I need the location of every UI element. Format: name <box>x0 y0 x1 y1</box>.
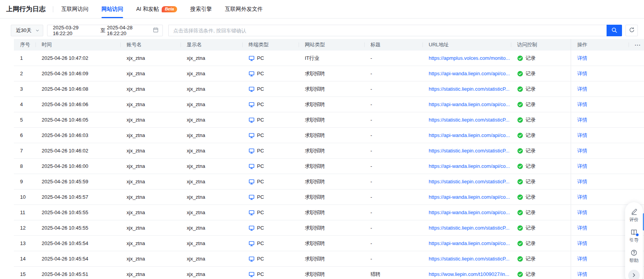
cell-access-control: 记录 <box>511 112 571 127</box>
more-columns-icon[interactable]: ··· <box>635 42 641 48</box>
table-row: 3 2025-04-26 10:46:08 xjx_ztna xjx_ztna … <box>14 81 644 97</box>
detail-link[interactable]: 详情 <box>577 70 587 77</box>
url-link[interactable]: https://statistic.liepin.com/statisticP.… <box>429 225 509 231</box>
detail-link[interactable]: 详情 <box>577 163 587 170</box>
url-link[interactable]: https://wow.liepin.com/t1009027/in... <box>429 271 509 277</box>
cell-access-control: 记录 <box>511 174 571 189</box>
cell-title: - <box>364 112 423 127</box>
cell-site-type: 求职招聘 <box>299 251 364 266</box>
cell-site-type: 求职招聘 <box>299 267 364 279</box>
collapse-panel-button[interactable] <box>628 270 640 279</box>
tab-4[interactable]: 互联网外发文件 <box>225 0 263 18</box>
cell-index: 1 <box>14 51 35 66</box>
detail-link[interactable]: 详情 <box>577 101 587 108</box>
url-link[interactable]: https://api-wanda.liepin.com/api/co... <box>429 240 510 246</box>
date-range-picker[interactable]: 2025-03-29 16:22:20 至 2025-04-28 16:22:2… <box>47 25 163 36</box>
detail-link[interactable]: 详情 <box>577 147 587 154</box>
cell-title: - <box>364 205 423 220</box>
col-header-url[interactable]: URL地址 <box>423 39 511 51</box>
cell-terminal-type: PC <box>242 159 299 174</box>
time-range-value: 近30天 <box>16 27 31 34</box>
title-divider <box>53 6 53 12</box>
access-control-label: 记录 <box>526 117 536 123</box>
cell-site-type: 求职招聘 <box>299 128 364 143</box>
pc-monitor-icon <box>248 240 255 247</box>
access-control-label: 记录 <box>526 240 536 247</box>
filter-condition-input[interactable] <box>168 25 607 36</box>
detail-link[interactable]: 详情 <box>577 117 587 123</box>
col-header-site-type[interactable]: 网站类型 <box>299 39 364 51</box>
detail-link[interactable]: 详情 <box>577 132 587 139</box>
col-header-display-name[interactable]: 显示名 <box>181 39 242 51</box>
cell-account: xjx_ztna <box>120 128 181 143</box>
cell-terminal-type: PC <box>242 143 299 158</box>
url-link[interactable]: https://api-wanda.liepin.com/api/co... <box>429 101 510 107</box>
cell-title: - <box>364 174 423 189</box>
tab-1[interactable]: 网站访问 <box>101 0 123 18</box>
cell-terminal-type: PC <box>242 51 299 66</box>
url-link[interactable]: https://statistic.liepin.com/statisticP.… <box>429 256 509 262</box>
url-link[interactable]: https://api-wanda.liepin.com/api/co... <box>429 132 510 138</box>
terminal-type-label: PC <box>257 55 264 61</box>
detail-link[interactable]: 详情 <box>577 86 587 93</box>
url-link[interactable]: https://statistic.liepin.com/statisticP.… <box>429 148 509 154</box>
pencil-icon <box>630 208 637 215</box>
col-header-terminal-type[interactable]: 终端类型 <box>242 39 299 51</box>
tab-0[interactable]: 互联网访问 <box>61 0 88 18</box>
terminal-type-label: PC <box>257 148 264 154</box>
cell-display-name: xjx_ztna <box>181 159 242 174</box>
feedback-button[interactable]: 评价 <box>629 208 639 223</box>
detail-link[interactable]: 详情 <box>577 178 587 185</box>
col-header-index[interactable]: 序号 <box>14 39 35 51</box>
detail-link[interactable]: 详情 <box>577 209 587 216</box>
cell-title: - <box>364 51 423 66</box>
detail-link[interactable]: 详情 <box>577 225 587 232</box>
guide-button[interactable]: 引导 <box>629 229 639 243</box>
cell-time: 2025-04-26 10:45:59 <box>35 174 120 189</box>
url-link[interactable]: https://statistic.liepin.com/statisticP.… <box>429 117 509 123</box>
record-check-icon <box>517 210 523 216</box>
url-link[interactable]: https://api-wanda.liepin.com/api/co... <box>429 71 510 76</box>
cell-site-type: 求职招聘 <box>299 112 364 127</box>
floating-action-pill: 评价 引导 帮助 <box>625 202 643 279</box>
cell-terminal-type: PC <box>242 81 299 96</box>
cell-terminal-type: PC <box>242 267 299 279</box>
help-button[interactable]: 帮助 <box>629 249 639 264</box>
record-check-icon <box>517 179 523 185</box>
cell-index: 6 <box>14 128 35 143</box>
cell-title: - <box>364 159 423 174</box>
detail-link[interactable]: 详情 <box>577 194 587 201</box>
url-link[interactable]: https://api-wanda.liepin.com/api/co... <box>429 210 510 215</box>
detail-link[interactable]: 详情 <box>577 55 587 62</box>
date-start-value: 2025-03-29 16:22:20 <box>53 25 99 36</box>
detail-link[interactable]: 详情 <box>577 255 587 262</box>
tab-2[interactable]: AI 和发帖Beta <box>136 0 177 18</box>
search-button[interactable] <box>607 25 622 36</box>
tab-3[interactable]: 搜索引擎 <box>190 0 212 18</box>
col-header-access-control[interactable]: 访问控制 <box>511 39 571 51</box>
detail-link[interactable]: 详情 <box>577 271 587 278</box>
url-link[interactable]: https://api-wanda.liepin.com/api/co... <box>429 163 510 169</box>
record-check-icon <box>517 86 523 92</box>
cell-index: 5 <box>14 112 35 127</box>
chevron-down-icon <box>35 28 39 34</box>
url-link[interactable]: https://apmplus.volces.com/monito... <box>429 55 510 61</box>
col-header-actions[interactable]: 操作 <box>571 39 629 51</box>
access-control-label: 记录 <box>526 225 536 232</box>
col-header-title[interactable]: 标题 <box>364 39 423 51</box>
url-link[interactable]: https://statistic.liepin.com/statisticP.… <box>429 86 509 92</box>
url-link[interactable]: https://statistic.liepin.com/statisticP.… <box>429 179 509 184</box>
url-link[interactable]: https://api-wanda.liepin.com/api/co... <box>429 194 510 200</box>
time-range-select[interactable]: 近30天 <box>11 25 43 36</box>
refresh-button[interactable] <box>625 25 638 36</box>
pc-monitor-icon <box>248 86 255 92</box>
col-header-time[interactable]: 时间 <box>35 39 120 51</box>
table-row: 7 2025-04-26 10:46:02 xjx_ztna xjx_ztna … <box>14 143 644 159</box>
detail-link[interactable]: 详情 <box>577 240 587 247</box>
col-header-account[interactable]: 账号名 <box>120 39 181 51</box>
access-control-label: 记录 <box>526 178 536 185</box>
record-check-icon <box>517 163 523 169</box>
cell-title: - <box>364 251 423 266</box>
cell-time: 2025-04-26 10:47:02 <box>35 51 120 66</box>
log-table: 序号 时间 账号名 显示名 终端类型 网站类型 标题 URL地址 访问控制 操作… <box>14 39 644 279</box>
